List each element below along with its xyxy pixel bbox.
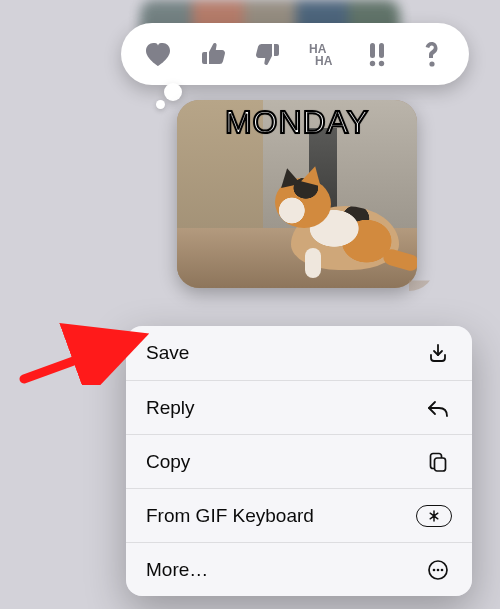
reaction-heart[interactable] [136,32,180,76]
svg-rect-2 [370,43,375,58]
thumbs-up-icon [199,40,227,68]
menu-item-more[interactable]: More… [126,542,472,596]
copy-icon [424,450,452,474]
svg-text:HA: HA [315,54,333,68]
reaction-emphasize[interactable] [355,32,399,76]
message-context-menu: Save Reply Copy From GIF Keyboard More… [126,326,472,596]
tapback-reaction-bar: HAHA [121,23,469,85]
reaction-haha[interactable]: HAHA [300,32,344,76]
reaction-thumbs-up[interactable] [191,32,235,76]
menu-item-label: From GIF Keyboard [146,505,314,527]
svg-point-9 [433,568,436,571]
heart-icon [143,40,173,68]
menu-item-reply[interactable]: Reply [126,380,472,434]
menu-item-label: More… [146,559,208,581]
haha-icon: HAHA [305,40,339,68]
appstore-pill-icon [416,505,452,527]
message-gif-bubble[interactable]: MONDAY [177,100,417,288]
thumbs-down-icon [254,40,282,68]
menu-item-copy[interactable]: Copy [126,434,472,488]
gif-caption-text: MONDAY [177,104,417,141]
more-icon [424,558,452,582]
svg-point-5 [379,61,384,66]
svg-point-3 [370,61,375,66]
menu-item-label: Save [146,342,189,364]
reaction-bar-tail [164,83,182,101]
question-mark-icon [422,39,442,69]
menu-item-save[interactable]: Save [126,326,472,380]
menu-item-label: Copy [146,451,190,473]
reaction-thumbs-down[interactable] [246,32,290,76]
menu-item-label: Reply [146,397,195,419]
svg-rect-4 [379,43,384,58]
svg-point-11 [441,568,444,571]
download-icon [424,341,452,365]
reply-icon [424,396,452,420]
svg-point-10 [437,568,440,571]
double-exclamation-icon [365,40,389,68]
reaction-question[interactable] [410,32,454,76]
menu-item-from-gif-keyboard[interactable]: From GIF Keyboard [126,488,472,542]
svg-point-6 [429,61,434,66]
reaction-bar-tail [156,100,165,109]
svg-rect-7 [435,458,446,471]
